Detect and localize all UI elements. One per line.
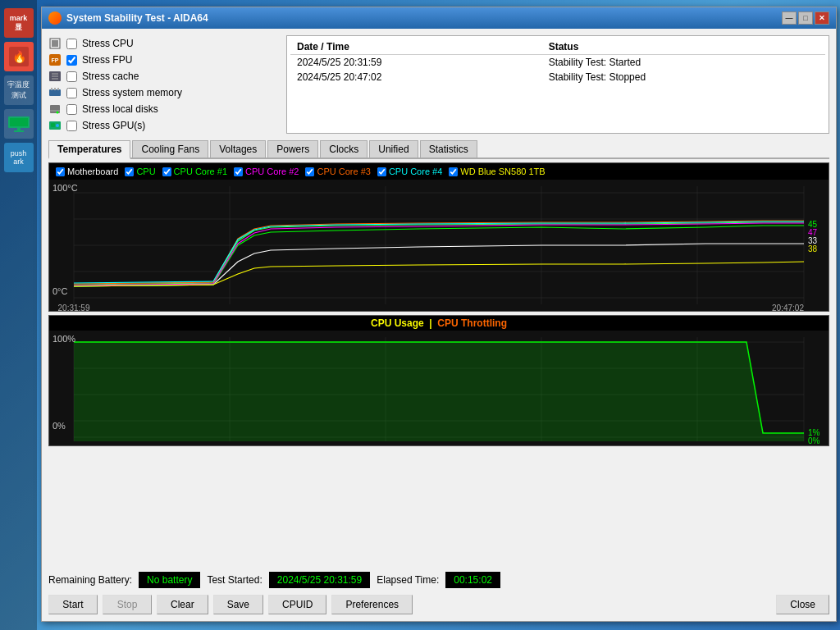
svg-text:20:47:02: 20:47:02 bbox=[772, 304, 804, 311]
svg-rect-17 bbox=[57, 88, 59, 90]
legend-cpu-core3-checkbox[interactable] bbox=[305, 167, 314, 176]
bottom-bar: Remaining Battery: No battery Test Start… bbox=[48, 572, 829, 588]
tab-cooling-fans[interactable]: Cooling Fans bbox=[132, 140, 208, 158]
stress-cpu-row: Stress CPU bbox=[48, 35, 286, 52]
status-table: Date / Time Status 2024/5/25 20:31:59Sta… bbox=[290, 39, 825, 84]
cpu-y-max: 100% bbox=[52, 334, 75, 344]
stress-gpu-checkbox[interactable] bbox=[66, 121, 77, 131]
stress-cache-label: Stress cache bbox=[82, 71, 139, 82]
legend-cpu-core4: CPU Core #4 bbox=[377, 167, 442, 176]
start-button[interactable]: Start bbox=[48, 595, 98, 614]
stress-cache-row: Stress cache bbox=[48, 68, 286, 84]
cpu-chart-area: 100% 0% bbox=[49, 331, 829, 445]
memory-icon bbox=[48, 86, 62, 99]
legend-cpu-core2-checkbox[interactable] bbox=[234, 167, 243, 176]
legend-cpu-checkbox[interactable] bbox=[125, 167, 134, 176]
options-area: Stress CPU FP Stress FPU bbox=[48, 35, 829, 134]
title-bar: System Stability Test - AIDA64 — □ ✕ bbox=[42, 7, 836, 29]
svg-text:0%: 0% bbox=[808, 436, 820, 445]
tab-powers[interactable]: Powers bbox=[267, 140, 318, 158]
svg-rect-5 bbox=[14, 130, 24, 132]
legend-cpu-core4-checkbox[interactable] bbox=[377, 167, 386, 176]
elapsed-label: Elapsed Time: bbox=[377, 574, 439, 586]
tab-temperatures[interactable]: Temperatures bbox=[48, 140, 130, 159]
svg-rect-15 bbox=[51, 88, 52, 90]
stress-disks-label: Stress local disks bbox=[82, 103, 158, 115]
cpu-icon bbox=[48, 37, 62, 50]
legend-cpu-core2: CPU Core #2 bbox=[234, 167, 299, 176]
legend-wd-ssd: WD Blue SN580 1TB bbox=[449, 167, 545, 176]
tab-voltages[interactable]: Voltages bbox=[210, 140, 266, 158]
main-window: System Stability Test - AIDA64 — □ ✕ bbox=[41, 7, 837, 622]
temperature-chart-container: Motherboard CPU CPU Core #1 CPU Core #2 bbox=[48, 162, 829, 312]
stress-gpu-label: Stress GPU(s) bbox=[82, 120, 145, 131]
gpu-icon bbox=[48, 119, 62, 132]
window-title: System Stability Test - AIDA64 bbox=[66, 12, 782, 24]
legend-cpu-core4-label: CPU Core #4 bbox=[389, 167, 442, 176]
minimize-button[interactable]: — bbox=[782, 11, 797, 25]
taskbar-icon-5[interactable]: pushark bbox=[4, 143, 34, 172]
taskbar-icon-2[interactable]: 🔥 bbox=[4, 42, 34, 71]
svg-marker-56 bbox=[74, 342, 804, 441]
tab-unified[interactable]: Unified bbox=[369, 140, 418, 158]
elapsed-value: 00:15:02 bbox=[445, 572, 500, 588]
stress-options: Stress CPU FP Stress FPU bbox=[48, 35, 286, 134]
cpuid-button[interactable]: CPUID bbox=[268, 595, 326, 614]
legend-cpu-core3-label: CPU Core #3 bbox=[317, 167, 370, 176]
datetime-header: Date / Time bbox=[290, 39, 542, 55]
status-row: 2024/5/25 20:31:59Stability Test: Starte… bbox=[290, 55, 825, 71]
status-datetime: 2024/5/25 20:47:02 bbox=[290, 70, 542, 84]
stress-memory-checkbox[interactable] bbox=[66, 88, 77, 98]
preferences-button[interactable]: Preferences bbox=[331, 595, 413, 614]
desktop: mark显 🔥 宇温度测试 pushark System Stability T… bbox=[0, 0, 840, 630]
legend-wd-ssd-checkbox[interactable] bbox=[449, 167, 458, 176]
stop-button[interactable]: Stop bbox=[103, 595, 152, 614]
stress-gpu-row: Stress GPU(s) bbox=[48, 117, 286, 134]
status-table-container: Date / Time Status 2024/5/25 20:31:59Sta… bbox=[286, 35, 829, 134]
maximize-button[interactable]: □ bbox=[798, 11, 813, 25]
legend-cpu-core1-checkbox[interactable] bbox=[162, 167, 171, 176]
legend-motherboard-checkbox[interactable] bbox=[56, 167, 65, 176]
battery-label: Remaining Battery: bbox=[48, 574, 132, 586]
save-button[interactable]: Save bbox=[213, 595, 263, 614]
close-button[interactable]: ✕ bbox=[815, 11, 829, 25]
legend-cpu-core1: CPU Core #1 bbox=[162, 167, 227, 176]
svg-rect-22 bbox=[51, 123, 55, 127]
clear-button[interactable]: Clear bbox=[157, 595, 208, 614]
status-text: Stability Test: Stopped bbox=[542, 70, 825, 84]
stress-disks-row: Stress local disks bbox=[48, 101, 286, 117]
legend-cpu-core3: CPU Core #3 bbox=[305, 167, 370, 176]
stress-fpu-checkbox[interactable] bbox=[66, 55, 77, 66]
stress-memory-label: Stress system memory bbox=[82, 87, 182, 98]
svg-text:🔥: 🔥 bbox=[11, 50, 26, 64]
taskbar-icon-1[interactable]: mark显 bbox=[4, 8, 34, 38]
legend-cpu-core2-label: CPU Core #2 bbox=[245, 167, 299, 176]
tab-clocks[interactable]: Clocks bbox=[320, 140, 368, 158]
svg-text:38: 38 bbox=[808, 244, 818, 253]
stress-cpu-checkbox[interactable] bbox=[66, 39, 77, 49]
status-datetime: 2024/5/25 20:31:59 bbox=[290, 55, 542, 71]
cpu-svg-chart: 1% 0% bbox=[49, 331, 829, 445]
close-button[interactable]: Close bbox=[776, 595, 829, 614]
svg-rect-3 bbox=[10, 118, 28, 126]
stress-fpu-label: Stress FPU bbox=[82, 54, 132, 66]
cpu-usage-title: CPU Usage bbox=[371, 317, 424, 329]
stress-cache-checkbox[interactable] bbox=[66, 71, 77, 82]
legend-cpu: CPU bbox=[125, 167, 155, 176]
test-started-label: Test Started: bbox=[207, 574, 262, 586]
legend-cpu-label: CPU bbox=[136, 167, 155, 176]
legend-wd-ssd-label: WD Blue SN580 1TB bbox=[460, 167, 545, 176]
battery-value: No battery bbox=[139, 572, 200, 588]
temp-svg-chart: 45 47 33 38 20:31:59 20:47:02 bbox=[49, 180, 829, 311]
svg-text:FP: FP bbox=[52, 57, 59, 63]
svg-rect-14 bbox=[49, 89, 61, 96]
stress-disks-checkbox[interactable] bbox=[66, 104, 77, 115]
temp-chart-legend: Motherboard CPU CPU Core #1 CPU Core #2 bbox=[49, 163, 829, 180]
taskbar-icon-3[interactable]: 宇温度测试 bbox=[4, 75, 34, 105]
status-row: 2024/5/25 20:47:02Stability Test: Stoppe… bbox=[290, 70, 825, 84]
cpu-chart-title: CPU Usage | CPU Throttling bbox=[49, 316, 829, 331]
legend-cpu-core1-label: CPU Core #1 bbox=[174, 167, 227, 176]
tab-statistics[interactable]: Statistics bbox=[420, 140, 477, 158]
taskbar-icon-4[interactable] bbox=[4, 109, 34, 139]
svg-rect-7 bbox=[52, 40, 58, 47]
